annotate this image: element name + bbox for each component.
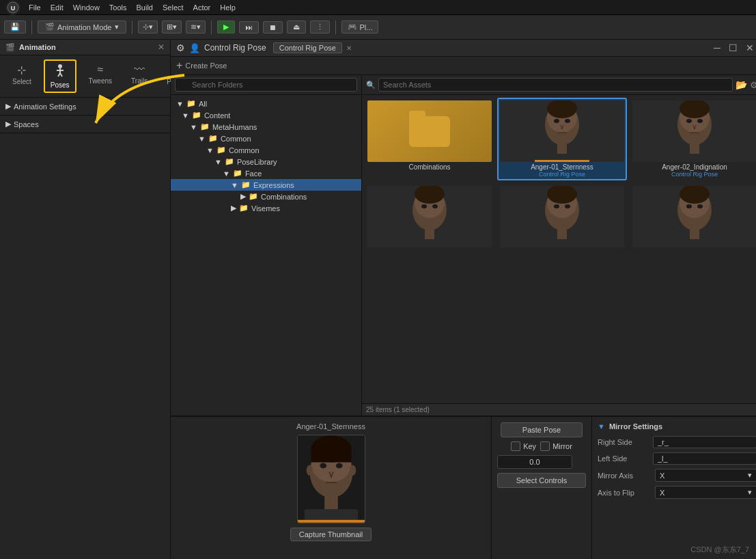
asset-item-r2c[interactable] — [630, 183, 756, 250]
mirror-axis-row: Mirror Axis X ▾ — [598, 469, 756, 482]
tree-item-metahumans[interactable]: ▼ 📁 MetaHumans — [171, 121, 361, 133]
r2a-thumb — [367, 186, 492, 247]
play-button[interactable]: ▶ — [217, 21, 235, 33]
folder-common1-icon: 📁 — [208, 134, 218, 143]
folder-thumb-inner — [367, 100, 492, 162]
folder-browse-icon[interactable]: 📂 — [736, 79, 747, 90]
svg-point-33 — [554, 204, 559, 208]
folder-face-icon: 📁 — [233, 169, 242, 178]
select-tool-icon: ⊹ — [17, 64, 26, 77]
chevron-down-icon4: ▾ — [748, 488, 752, 497]
animation-settings-header[interactable]: ▶ Animation Settings — [5, 102, 165, 111]
tree-item-common2[interactable]: ▼ 📁 Common — [171, 144, 361, 156]
watermark: CSDN @东东7_7 — [690, 545, 749, 555]
stop-button[interactable]: ⏹ — [263, 21, 283, 33]
tree-item-content[interactable]: ▼ 📁 Content — [171, 109, 361, 121]
toolbar-sep2 — [132, 21, 132, 34]
asset-item-anger02[interactable]: Anger-02_Indignation Control Rig Pose — [630, 98, 756, 180]
menu-actor[interactable]: Actor — [193, 3, 211, 12]
toolbar-sep4 — [335, 21, 336, 34]
mirror-settings-header: ▼ Mirror Settings — [598, 422, 756, 431]
mirror-checkbox[interactable] — [540, 441, 550, 451]
crp-window-controls: ─ ☐ ✕ — [711, 42, 756, 53]
tree-item-all[interactable]: ▼ 📁 All — [171, 98, 361, 109]
asset-item-anger01[interactable]: Anger-01_Sternness Control Rig Pose — [497, 98, 627, 180]
menu-file[interactable]: File — [29, 3, 41, 12]
r2b-thumb — [500, 186, 624, 247]
pivot-btn[interactable]: ⊞▾ — [162, 21, 182, 33]
search-folders-input[interactable] — [175, 78, 357, 92]
eject-button[interactable]: ⏏ — [287, 21, 306, 33]
tree-item-combinations[interactable]: ▶ 📁 Combinations — [171, 191, 361, 202]
asset-item-r2b[interactable] — [497, 183, 627, 250]
mirror-axis-select[interactable]: X ▾ — [655, 469, 756, 482]
tab-close-icon[interactable]: ✕ — [346, 44, 352, 52]
asset-panel: 🔍 📂 ⚙ Combinations — [362, 75, 756, 415]
select-controls-button[interactable]: Select Controls — [497, 473, 586, 488]
poses-tool-btn[interactable]: Poses — [44, 59, 76, 93]
trails-tool-btn[interactable]: 〰 Trails — [124, 59, 154, 93]
menu-build[interactable]: Build — [137, 3, 153, 12]
axis-to-flip-select[interactable]: X ▾ — [655, 486, 756, 499]
platform-label: Pl... — [360, 23, 373, 31]
right-side-input[interactable] — [653, 436, 756, 448]
tree-item-expressions[interactable]: ▼ 📁 Expressions — [171, 179, 361, 191]
capture-thumbnail-button[interactable]: Capture Thumbnail — [290, 528, 372, 541]
close-icon[interactable]: ✕ — [158, 42, 165, 52]
folder-combinations-icon: 📁 — [249, 192, 258, 201]
svg-line-6 — [60, 73, 62, 77]
maximize-button[interactable]: ☐ — [726, 42, 740, 53]
asset-item-combinations[interactable]: Combinations — [365, 98, 494, 180]
left-side-input[interactable] — [653, 452, 756, 465]
animation-mode-label: Animation Mode — [57, 23, 112, 31]
mirror-settings-title: Mirror Settings — [609, 422, 662, 431]
tree-item-common1[interactable]: ▼ 📁 Common — [171, 133, 361, 144]
animation-panel-header: 🎬 Animation ✕ — [0, 40, 170, 55]
minimize-button[interactable]: ─ — [711, 42, 723, 53]
create-pose-button[interactable]: + Create Pose — [176, 59, 227, 72]
snap-btn[interactable]: ≋▾ — [186, 21, 206, 33]
menu-help[interactable]: Help — [220, 3, 236, 12]
select-tool-btn[interactable]: ⊹ Select — [5, 59, 38, 93]
tree-item-visemes[interactable]: ▶ 📁 Visemes — [171, 202, 361, 214]
settings-icon[interactable]: ⚙ — [750, 80, 756, 90]
key-checkbox[interactable] — [511, 441, 520, 451]
chevron-all: ▼ — [176, 100, 184, 108]
r2a-face — [367, 186, 492, 247]
tree-label-combinations: Combinations — [261, 193, 307, 201]
menu-select[interactable]: Select — [163, 3, 184, 12]
transform-btn[interactable]: ⊹▾ — [138, 21, 158, 33]
menu-edit[interactable]: Edit — [51, 3, 64, 12]
main-toolbar: 💾 🎬 Animation Mode ▾ ⊹▾ ⊞▾ ≋▾ ▶ ⏭ ⏹ ⏏ ⋮ … — [0, 15, 756, 40]
save-icon: 💾 — [10, 23, 20, 31]
tree-item-poselibrary[interactable]: ▼ 📁 PoseLibrary — [171, 156, 361, 167]
crp-toolbar: + Create Pose — [171, 57, 756, 75]
more-button[interactable]: ⋮ — [310, 21, 330, 33]
axis-to-flip-label: Axis to Flip — [598, 489, 652, 497]
key-item[interactable]: Key — [511, 441, 536, 451]
tweens-tool-btn[interactable]: ≈ Tweens — [82, 59, 119, 93]
platform-button[interactable]: 🎮 Pl... — [341, 21, 379, 33]
tree-item-face[interactable]: ▼ 📁 Face — [171, 167, 361, 179]
paste-pose-button[interactable]: Paste Pose — [501, 422, 583, 437]
animation-mode-tab[interactable]: 🎬 Animation Mode ▾ — [38, 21, 126, 33]
platform-icon: 🎮 — [348, 23, 357, 31]
mirror-axis-value: X — [660, 472, 664, 480]
mirror-settings-panel: ▼ Mirror Settings Right Side Left Side M… — [591, 417, 756, 559]
search-assets-input[interactable] — [378, 78, 733, 92]
menu-tools[interactable]: Tools — [109, 3, 127, 12]
save-button[interactable]: 💾 — [4, 21, 26, 33]
menu-bar[interactable]: File Edit Window Tools Build Select Acto… — [29, 3, 236, 12]
svg-point-49 — [320, 463, 326, 468]
close-button[interactable]: ✕ — [743, 42, 756, 53]
anger01-thumb — [500, 100, 624, 162]
right-side-label: Right Side — [598, 438, 650, 446]
svg-point-11 — [554, 119, 559, 123]
menu-window[interactable]: Window — [73, 3, 100, 12]
mirror-item[interactable]: Mirror — [540, 441, 572, 451]
step-button[interactable]: ⏭ — [239, 21, 259, 33]
spaces-header[interactable]: ▶ Spaces — [5, 120, 165, 128]
asset-item-r2a[interactable] — [365, 183, 494, 250]
value-input[interactable] — [497, 455, 572, 469]
folder-poselibrary-icon: 📁 — [225, 157, 234, 166]
